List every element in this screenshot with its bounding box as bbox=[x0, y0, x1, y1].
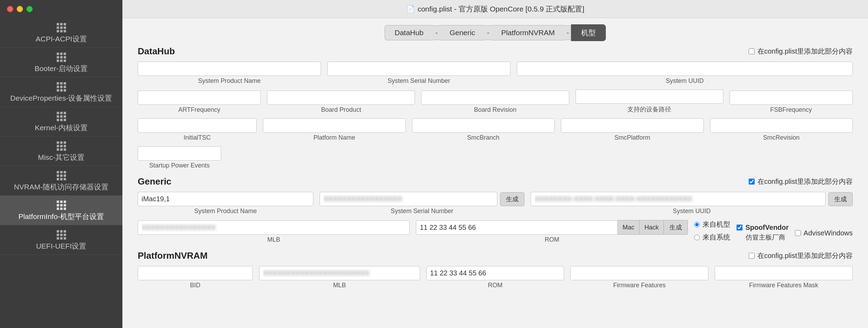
platform-nvram-firmware-features-mask-field: Firmware Features Mask bbox=[715, 266, 853, 289]
platform-nvram-firmware-features-input[interactable] bbox=[570, 266, 708, 280]
nav-btn-datahub[interactable]: DataHub bbox=[385, 25, 433, 40]
datahub-system-uuid-field: System UUID bbox=[517, 62, 853, 85]
datahub-initialtsc-label: InitialTSC bbox=[138, 134, 257, 141]
minimize-dot[interactable] bbox=[17, 6, 23, 12]
generic-system-uuid-input[interactable] bbox=[531, 192, 826, 206]
generic-system-serial-input[interactable] bbox=[320, 192, 497, 206]
generic-advise-windows-label[interactable]: AdviseWindows bbox=[795, 229, 853, 237]
generic-radio-from-system[interactable]: 来自系统 bbox=[694, 233, 730, 242]
sidebar-item-uefi[interactable]: UEFI-UEFI设置 bbox=[0, 225, 122, 255]
datahub-device-path-label: 支持的设备路径 bbox=[576, 105, 723, 114]
datahub-smcbranch-input[interactable] bbox=[412, 118, 555, 133]
datahub-art-input[interactable] bbox=[138, 91, 261, 105]
grid-icon bbox=[57, 23, 66, 32]
nav-sep-3: - bbox=[564, 25, 571, 40]
grid-icon-booter bbox=[57, 53, 66, 62]
datahub-system-serial-input[interactable] bbox=[327, 62, 511, 76]
datahub-art-field: ARTFrequency bbox=[138, 91, 261, 114]
grid-icon-uefi bbox=[57, 230, 66, 240]
sidebar-item-label: Booter-启动设置 bbox=[35, 64, 88, 73]
generic-generate-uuid-btn[interactable]: 生成 bbox=[828, 192, 853, 206]
platform-nvram-bid-input[interactable] bbox=[138, 266, 253, 280]
file-icon: 📄 bbox=[406, 5, 415, 13]
generic-include-checkbox[interactable] bbox=[749, 179, 755, 185]
sidebar-item-label: Kernel-内核设置 bbox=[35, 123, 88, 133]
datahub-device-path-field: 支持的设备路径 bbox=[576, 89, 723, 114]
platform-nvram-title: PlatformNVRAM bbox=[138, 250, 208, 261]
generic-advise-windows-checkbox[interactable] bbox=[795, 230, 801, 236]
datahub-system-uuid-input[interactable] bbox=[517, 62, 853, 76]
datahub-startup-power-label: Startup Power Events bbox=[138, 162, 221, 169]
generic-spoof-vendor-label[interactable]: SpoofVendor bbox=[737, 224, 788, 232]
generic-title: Generic bbox=[138, 176, 171, 187]
generic-mlb-field: MLB bbox=[138, 220, 410, 243]
generic-hack-btn[interactable]: Hack bbox=[640, 220, 664, 235]
nav-bar: DataHub - Generic - PlatformNVRAM - 机型 bbox=[122, 18, 868, 46]
close-dot[interactable] bbox=[7, 6, 13, 12]
generic-mac-btn[interactable]: Mac bbox=[618, 220, 640, 235]
generic-generate-sn-btn[interactable]: 生成 bbox=[500, 192, 524, 206]
datahub-initialtsc-input[interactable] bbox=[138, 118, 257, 133]
sidebar-item-kernel[interactable]: Kernel-内核设置 bbox=[0, 107, 122, 136]
platform-nvram-include-label[interactable]: 在config.plist里添加此部分内容 bbox=[749, 251, 853, 260]
platform-nvram-firmware-features-mask-input[interactable] bbox=[715, 266, 853, 280]
generic-radio-system-input[interactable] bbox=[694, 235, 700, 240]
sidebar-item-misc[interactable]: Misc-其它设置 bbox=[0, 136, 122, 166]
generic-generate-rom-btn[interactable]: 生成 bbox=[664, 220, 688, 235]
sidebar-item-nvram[interactable]: NVRAM-随机访问存储器设置 bbox=[0, 166, 122, 196]
datahub-system-serial-label: System Serial Number bbox=[327, 77, 511, 85]
datahub-include-label[interactable]: 在config.plist里添加此部分内容 bbox=[749, 47, 853, 56]
grid-icon-dp bbox=[57, 82, 66, 92]
sidebar-item-booter[interactable]: Booter-启动设置 bbox=[0, 48, 122, 77]
generic-system-product-input[interactable] bbox=[138, 192, 313, 206]
datahub-board-product-input[interactable] bbox=[267, 91, 415, 105]
datahub-smcplatform-input[interactable] bbox=[561, 118, 704, 133]
sidebar-item-label: NVRAM-随机访问存储器设置 bbox=[14, 182, 108, 192]
datahub-board-revision-field: Board Revision bbox=[421, 91, 569, 114]
generic-rom-input[interactable] bbox=[416, 220, 618, 235]
platform-nvram-rom-input[interactable] bbox=[426, 266, 564, 280]
titlebar: 📄 config.plist - 官方原版 OpenCore [0.5.9 正式… bbox=[122, 0, 868, 18]
nav-sep-1: - bbox=[433, 25, 440, 40]
generic-include-label[interactable]: 在config.plist里添加此部分内容 bbox=[749, 177, 853, 186]
generic-advise-windows-group: AdviseWindows bbox=[795, 229, 853, 243]
maximize-dot[interactable] bbox=[26, 6, 33, 12]
datahub-board-revision-input[interactable] bbox=[421, 91, 569, 105]
sidebar-item-label: DeviceProperties-设备属性设置 bbox=[10, 93, 112, 103]
datahub-system-product-name-input[interactable] bbox=[138, 62, 321, 76]
nav-btn-generic[interactable]: Generic bbox=[440, 25, 485, 40]
datahub-fsb-field: FSBFrequency bbox=[730, 91, 853, 114]
datahub-platform-name-input[interactable] bbox=[263, 118, 405, 133]
sidebar-item-deviceproperties[interactable]: DeviceProperties-设备属性设置 bbox=[0, 77, 122, 107]
generic-radio-model-label: 来自机型 bbox=[702, 220, 730, 229]
generic-radio-model-input[interactable] bbox=[694, 222, 700, 227]
datahub-section: DataHub 在config.plist里添加此部分内容 System Pro… bbox=[138, 46, 853, 169]
platform-nvram-firmware-features-mask-label: Firmware Features Mask bbox=[715, 282, 853, 289]
window-title: config.plist - 官方原版 OpenCore [0.5.9 正式版配… bbox=[418, 4, 585, 14]
datahub-startup-power-input[interactable] bbox=[138, 146, 221, 161]
sidebar-item-platforminfo[interactable]: PlatformInfo-机型平台设置 bbox=[0, 196, 122, 225]
nav-btn-jixing[interactable]: 机型 bbox=[571, 24, 606, 41]
generic-mlb-input[interactable] bbox=[138, 220, 410, 235]
platform-nvram-include-checkbox[interactable] bbox=[749, 253, 755, 259]
datahub-device-path-input[interactable] bbox=[576, 89, 723, 104]
datahub-fsb-input[interactable] bbox=[730, 91, 853, 105]
generic-spoof-vendor-checkbox[interactable] bbox=[737, 225, 742, 231]
grid-icon-kernel bbox=[57, 112, 66, 121]
datahub-platform-name-field: Platform Name bbox=[263, 118, 405, 141]
datahub-smcrevision-input[interactable] bbox=[710, 118, 853, 133]
sidebar-item-label: PlatformInfo-机型平台设置 bbox=[18, 212, 104, 221]
datahub-smcplatform-field: SmcPlatform bbox=[561, 118, 704, 141]
window-controls bbox=[0, 0, 122, 18]
datahub-board-product-field: Board Product bbox=[267, 91, 415, 114]
generic-radio-from-model[interactable]: 来自机型 bbox=[694, 220, 730, 229]
platform-nvram-bid-field: BID bbox=[138, 266, 253, 289]
datahub-smcbranch-field: SmcBranch bbox=[412, 118, 555, 141]
platform-nvram-bid-label: BID bbox=[138, 282, 253, 289]
datahub-title: DataHub bbox=[138, 46, 175, 57]
platform-nvram-mlb-input[interactable] bbox=[259, 266, 420, 280]
datahub-include-checkbox[interactable] bbox=[749, 48, 755, 54]
generic-include-text: 在config.plist里添加此部分内容 bbox=[757, 177, 853, 186]
sidebar-item-acpi[interactable]: ACPI-ACPI设置 bbox=[0, 18, 122, 48]
nav-btn-platformnvram[interactable]: PlatformNVRAM bbox=[491, 25, 564, 40]
